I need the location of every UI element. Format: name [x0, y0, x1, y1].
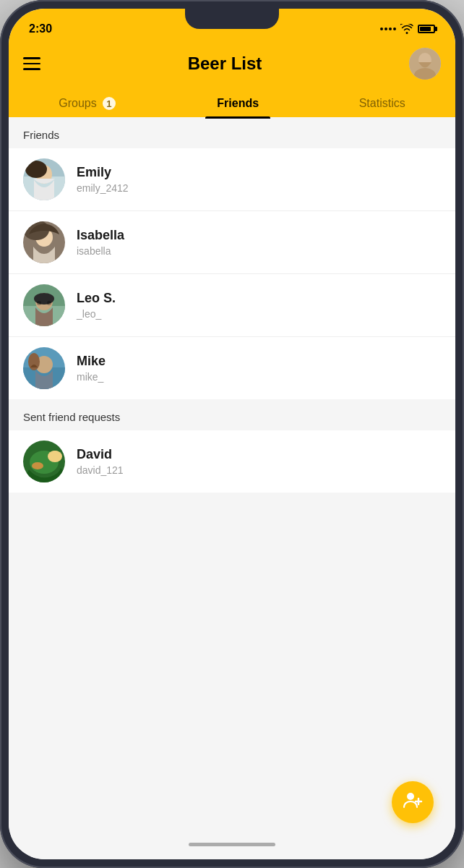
friends-section-header: Friends: [9, 117, 455, 148]
avatar: [23, 347, 65, 389]
content-area: Friends Emily: [9, 117, 455, 859]
friends-list: Emily emily_2412: [9, 148, 455, 399]
tab-groups-badge: 1: [101, 95, 117, 111]
list-info: David david_121: [77, 447, 124, 476]
list-info: Leo S. _leo_: [77, 291, 116, 320]
friend-username: mike_: [77, 371, 106, 383]
sent-requests-list: David david_121: [9, 430, 455, 493]
tab-groups-label: Groups: [59, 97, 96, 110]
menu-line: [23, 68, 40, 70]
list-info: Mike mike_: [77, 354, 106, 383]
friend-username: isabella: [77, 245, 124, 257]
avatar-image: [409, 48, 441, 80]
friend-username: david_121: [77, 464, 124, 476]
svg-point-27: [407, 793, 414, 800]
avatar: [23, 284, 65, 326]
tab-friends[interactable]: Friends: [205, 90, 270, 117]
menu-button[interactable]: [23, 57, 40, 70]
svg-point-26: [51, 451, 59, 459]
svg-point-6: [25, 161, 47, 178]
list-item[interactable]: David david_121: [9, 430, 455, 493]
list-info: Emily emily_2412: [77, 165, 129, 194]
battery-icon: [418, 25, 435, 33]
avatar: [23, 158, 65, 200]
list-item[interactable]: Isabella isabella: [9, 211, 455, 274]
phone-screen: 2:30: [9, 9, 455, 859]
home-indicator: [189, 843, 275, 846]
list-item[interactable]: Emily emily_2412: [9, 148, 455, 211]
menu-line: [23, 57, 40, 59]
svg-point-25: [32, 462, 43, 469]
signal-icon: [380, 27, 396, 30]
friend-name: Isabella: [77, 228, 124, 243]
tab-statistics[interactable]: Statistics: [348, 90, 417, 117]
friend-username: _leo_: [77, 308, 116, 320]
app-header: Beer List: [9, 41, 455, 80]
tab-friends-label: Friends: [217, 97, 259, 110]
tab-statistics-label: Statistics: [359, 97, 405, 110]
svg-point-16: [47, 301, 51, 305]
friend-name: Mike: [77, 354, 106, 369]
sent-requests-section-header: Sent friend requests: [9, 399, 455, 430]
friend-name: Leo S.: [77, 291, 116, 306]
wifi-icon: [400, 24, 413, 34]
svg-point-20: [28, 353, 40, 370]
status-icons: [380, 24, 435, 34]
list-item[interactable]: Leo S. _leo_: [9, 274, 455, 337]
add-person-icon: [403, 790, 423, 814]
list-info: Isabella isabella: [77, 228, 124, 257]
avatar: [23, 221, 65, 263]
avatar: [23, 441, 65, 482]
list-item[interactable]: Mike mike_: [9, 337, 455, 399]
app-title: Beer List: [188, 54, 262, 74]
tab-groups[interactable]: Groups 1: [47, 90, 128, 117]
status-time: 2:30: [29, 22, 52, 35]
user-avatar[interactable]: [409, 48, 441, 80]
menu-line: [23, 63, 40, 65]
friend-username: emily_2412: [77, 182, 129, 194]
add-friend-button[interactable]: [392, 781, 434, 823]
friend-name: David: [77, 447, 124, 462]
notch: [185, 9, 279, 29]
friend-name: Emily: [77, 165, 129, 180]
tab-bar: Groups 1 Friends Statistics: [9, 80, 455, 117]
phone-frame: 2:30: [0, 0, 464, 868]
svg-point-15: [37, 301, 41, 305]
